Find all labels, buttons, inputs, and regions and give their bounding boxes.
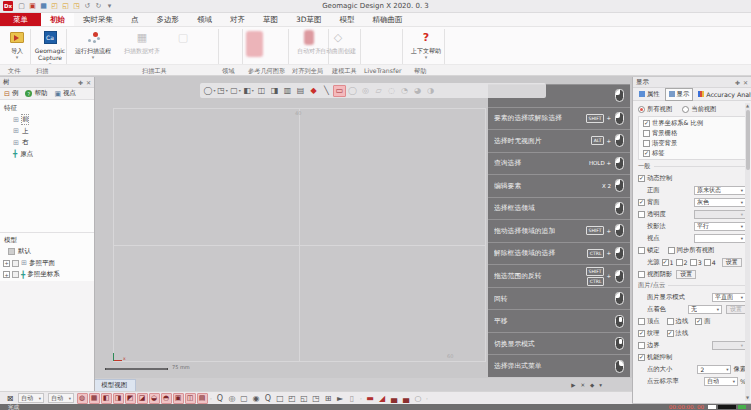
view-menu-icon[interactable]: ▾ [599, 382, 602, 388]
menu-tab[interactable]: 精确曲面 [364, 13, 412, 26]
stamp-record-icon[interactable]: ▄ [389, 393, 400, 404]
shaded-region-icon[interactable]: ◧ [101, 393, 112, 404]
scroll-up-icon[interactable]: ▲ [745, 103, 750, 109]
cloud-ratio-select[interactable]: 自动 [704, 377, 738, 386]
point-cloud-icon[interactable]: ◍ [77, 393, 88, 404]
context-help-button[interactable]: ? 上下文帮助▾ [406, 29, 446, 60]
auto-combo-1[interactable]: 自动 [18, 393, 44, 403]
face-checkbox[interactable] [695, 318, 702, 325]
auto-combo-2[interactable]: 自动 [48, 393, 74, 403]
stamp-play-icon[interactable]: ▄ [401, 393, 412, 404]
expander-icon[interactable] [3, 260, 10, 267]
light-2-checkbox[interactable] [676, 259, 683, 266]
polygon-select-icon[interactable]: ▱ [372, 85, 385, 97]
texture-checkbox[interactable] [638, 330, 645, 337]
close-icon[interactable]: ✕ [743, 79, 748, 86]
subdivide-icon[interactable]: ◓ [161, 393, 172, 404]
view-top-icon[interactable]: ◱ [299, 393, 310, 404]
visibility-icon[interactable] [12, 260, 19, 267]
import-folder-icon[interactable]: ◰ [50, 1, 60, 11]
ellipse-select-icon[interactable]: ◎ [359, 85, 372, 97]
tab-display[interactable]: 显示 [665, 88, 694, 101]
tree-ref-planes[interactable]: ⊞ 参照平面 [0, 258, 94, 270]
sync-views-checkbox[interactable] [668, 247, 675, 254]
close-view-icon[interactable]: ✕ [580, 382, 585, 388]
back-face-select[interactable]: 灰色 [694, 198, 746, 207]
scroll-down-icon[interactable]: ▼ [745, 395, 750, 401]
tab-help[interactable]: ?帮助 [23, 89, 49, 98]
world-axis-checkbox[interactable] [643, 120, 650, 127]
clip-left-icon[interactable]: ▥ [281, 85, 294, 97]
point-size-select[interactable]: 2 [697, 365, 731, 374]
zoom-out-icon[interactable]: Q [263, 393, 274, 404]
dynamic-control-checkbox[interactable] [638, 175, 645, 182]
performance-limit-checkbox[interactable] [638, 354, 645, 361]
light-3-checkbox[interactable] [690, 259, 697, 266]
menu-button[interactable]: 菜单 [0, 13, 41, 26]
paint-bucket-icon[interactable]: ◆ [307, 85, 320, 97]
toolbar-options-icon[interactable]: ▾ [105, 1, 115, 11]
feature-plane-right[interactable]: ⊞ 右 [0, 137, 94, 149]
line-select-icon[interactable]: ╲ [320, 85, 333, 97]
menu-tab[interactable]: 领域 [188, 13, 221, 26]
paint-select-icon[interactable]: ◔ [398, 85, 411, 97]
front-face-select[interactable]: 原来状态 [694, 186, 746, 195]
tab-accuracy-analyzer[interactable]: Accuracy Analy... [694, 89, 751, 100]
visibility-icon[interactable] [12, 271, 19, 278]
view-plane-icon[interactable]: ▢ [229, 85, 242, 97]
feature-plane-top[interactable]: ⊞ 上 [0, 126, 94, 138]
lasso-select-icon[interactable]: ◌ [385, 85, 398, 97]
offset-mesh-icon[interactable]: ◫ [185, 393, 196, 404]
lock-checkbox[interactable] [638, 247, 645, 254]
new-doc-icon[interactable]: ▢ [17, 1, 27, 11]
display-mode-icon[interactable]: ◧ [242, 85, 255, 97]
capture-circle-icon[interactable]: ○ [413, 393, 424, 404]
view-iso-icon[interactable]: ◳ [311, 393, 322, 404]
fill-holes-icon[interactable]: ▣ [173, 393, 184, 404]
menu-tab[interactable]: 初始 [41, 13, 74, 26]
tab-model-view[interactable]: 模型视图 [92, 379, 136, 391]
zoom-in-icon[interactable]: Q [215, 393, 226, 404]
tab-properties[interactable]: 属性 [635, 88, 664, 101]
undo-icon[interactable]: ↺ [83, 1, 93, 11]
background-grid-checkbox[interactable] [643, 130, 650, 137]
menu-tab[interactable]: 多边形 [148, 13, 189, 26]
export-folder-icon[interactable]: ◱ [61, 1, 71, 11]
projection-select[interactable]: 平行 [694, 222, 746, 231]
view-frame-icon[interactable]: □ [275, 393, 286, 404]
labels-checkbox[interactable] [643, 150, 650, 157]
view-shadow-checkbox[interactable] [638, 271, 645, 278]
trim-mesh-icon[interactable]: ◩ [125, 393, 136, 404]
rect-select-icon[interactable]: ▭ [333, 85, 346, 97]
vertex-checkbox[interactable] [638, 318, 645, 325]
menu-tab[interactable]: 模型 [331, 13, 364, 26]
view-cube-icon[interactable]: ◳ [216, 85, 229, 97]
mesh-display-mode-select[interactable]: 平直面 [712, 293, 746, 302]
share-folder-icon[interactable]: ◳ [72, 1, 82, 11]
zoom-window-icon[interactable]: ▢ [239, 393, 250, 404]
section-tool-icon[interactable]: ◢ [377, 393, 388, 404]
zoom-selection-icon[interactable]: ◉ [251, 393, 262, 404]
view-front-icon[interactable]: ◰ [287, 393, 298, 404]
light-4-checkbox[interactable] [704, 259, 711, 266]
circle-select-icon[interactable]: ◯ [346, 85, 359, 97]
decimate-icon[interactable]: ◒ [149, 393, 160, 404]
close-icon[interactable]: ✕ [86, 79, 91, 86]
zoom-fit-icon[interactable]: ◎ [227, 393, 238, 404]
menu-tab[interactable]: 点 [122, 13, 148, 26]
scrollbar[interactable]: ▲ ▼ [745, 103, 750, 401]
open-doc-icon[interactable]: ▣ [28, 1, 38, 11]
rewrap-icon[interactable]: ▤ [197, 393, 208, 404]
geomagic-capture-button[interactable]: Ca Geomagic Capture▾ [33, 29, 67, 67]
new-window-icon[interactable]: ▯ [347, 393, 358, 404]
mesh-icon[interactable]: ▦ [89, 393, 100, 404]
viewpoint-select[interactable] [694, 234, 746, 243]
normal-checkbox[interactable] [667, 330, 674, 337]
boundary-checkbox[interactable] [638, 342, 645, 349]
menu-tab[interactable]: 草图 [254, 13, 287, 26]
run-scan-process-button[interactable]: 运行扫描流程▾ [70, 29, 116, 60]
redo-icon[interactable]: ↻ [94, 1, 104, 11]
tab-viewpoint[interactable]: ▣视点 [52, 89, 78, 98]
tab-tree[interactable]: ⊟例 [2, 89, 20, 98]
save-icon[interactable]: ▦ [39, 1, 49, 11]
